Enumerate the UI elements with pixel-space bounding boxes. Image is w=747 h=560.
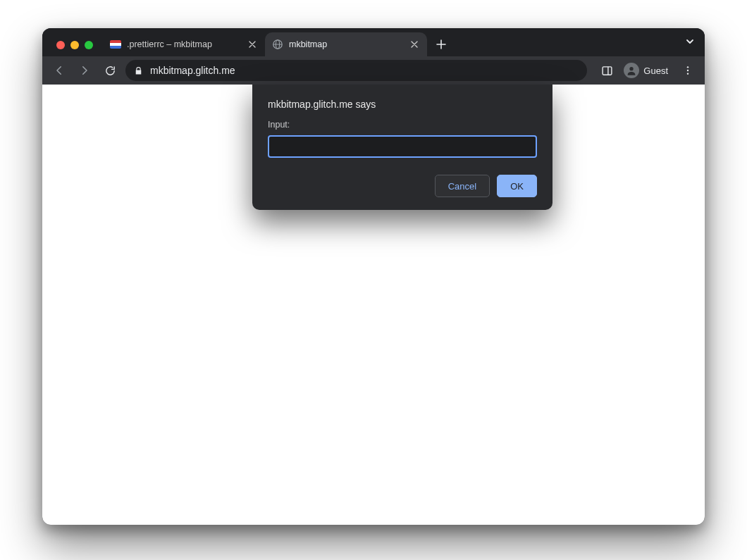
prompt-cancel-button[interactable]: Cancel (435, 175, 490, 197)
nav-forward-button[interactable] (75, 61, 94, 80)
tab-strip: .prettierrc – mkbitmap mkbitmap (42, 28, 705, 56)
new-tab-button[interactable] (431, 35, 451, 54)
toolbar-right: Guest (597, 61, 698, 80)
profile-label: Guest (643, 66, 668, 76)
button-label: Cancel (448, 181, 476, 192)
favicon-globe-icon (272, 39, 283, 50)
tab-active[interactable]: mkbitmap (265, 32, 427, 56)
svg-point-4 (687, 66, 689, 68)
prompt-origin-text: mkbitmap.glitch.me says (268, 99, 537, 110)
side-panel-button[interactable] (597, 61, 617, 80)
nav-back-button[interactable] (49, 61, 69, 80)
prompt-actions: Cancel OK (268, 175, 537, 197)
svg-point-3 (630, 67, 634, 70)
tab-close-icon[interactable] (247, 39, 258, 50)
lock-icon (134, 66, 143, 75)
button-label: OK (510, 181, 524, 192)
window-maximize-button[interactable] (85, 41, 93, 49)
favicon-stripes-icon (110, 39, 121, 50)
address-bar-url: mkbitmap.glitch.me (150, 65, 235, 76)
prompt-label: Input: (268, 120, 537, 130)
page-content: mkbitmap.glitch.me says Input: Cancel OK (42, 85, 705, 525)
tab-close-icon[interactable] (409, 39, 420, 50)
nav-reload-button[interactable] (100, 61, 120, 80)
prompt-input[interactable] (268, 135, 537, 158)
window-controls (51, 41, 99, 56)
avatar-icon (624, 63, 639, 78)
toolbar: mkbitmap.glitch.me Guest (42, 56, 705, 85)
overflow-menu-button[interactable] (678, 61, 698, 80)
tab-title: .prettierrc – mkbitmap (127, 39, 241, 49)
tab-title: mkbitmap (289, 39, 403, 49)
prompt-ok-button[interactable]: OK (497, 175, 537, 197)
address-bar[interactable]: mkbitmap.glitch.me (125, 60, 587, 81)
window-menu-caret-icon[interactable] (685, 37, 695, 46)
svg-point-6 (687, 73, 689, 74)
window-close-button[interactable] (56, 41, 65, 49)
tabs: .prettierrc – mkbitmap mkbitmap (103, 32, 705, 56)
tab-background[interactable]: .prettierrc – mkbitmap (103, 32, 265, 56)
svg-point-5 (687, 70, 689, 71)
browser-window: .prettierrc – mkbitmap mkbitmap (42, 28, 705, 525)
window-minimize-button[interactable] (70, 41, 79, 49)
svg-rect-2 (603, 66, 612, 74)
profile-chip[interactable]: Guest (621, 61, 674, 80)
js-prompt-dialog: mkbitmap.glitch.me says Input: Cancel OK (252, 85, 552, 210)
